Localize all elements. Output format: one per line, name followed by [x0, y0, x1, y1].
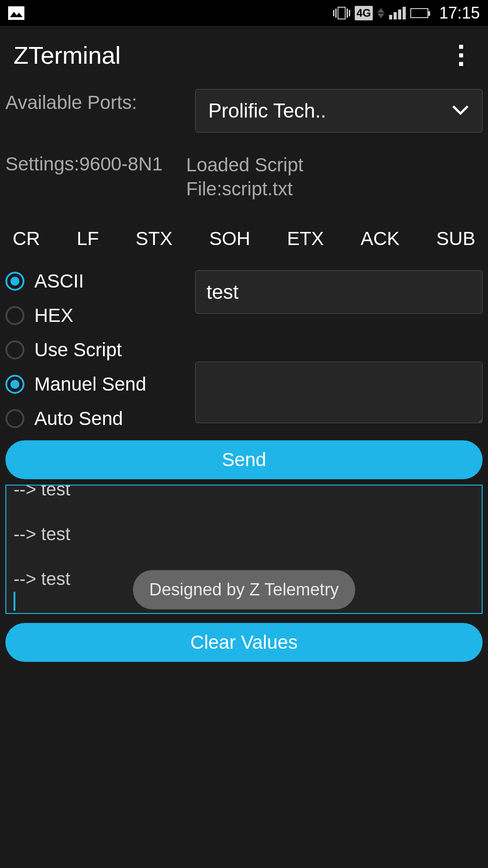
send-button[interactable]: Send: [5, 440, 483, 479]
radio-label: HEX: [34, 305, 73, 326]
network-4g-badge: 4G: [355, 6, 373, 20]
svg-rect-0: [8, 6, 24, 20]
radio-label: Use Script: [34, 339, 122, 361]
radio-icon: [5, 272, 24, 291]
radio-icon: [5, 340, 24, 359]
radio-hex[interactable]: HEX: [5, 305, 195, 326]
radio-auto-send[interactable]: Auto Send: [5, 408, 195, 429]
control-char-row: CR LF STX SOH ETX ACK SUB: [0, 228, 488, 250]
loaded-script-text: Loaded Script File:script.txt: [186, 153, 303, 201]
control-char-lf[interactable]: LF: [77, 228, 99, 250]
data-arrows-icon: [377, 8, 385, 18]
app-bar: ZTerminal: [0, 26, 488, 85]
terminal-line: --> test: [14, 524, 474, 544]
radio-label: Manuel Send: [34, 373, 146, 395]
signal-icon: [389, 7, 406, 19]
port-dropdown[interactable]: Prolific Tech..: [195, 89, 483, 132]
radio-icon: [5, 306, 24, 325]
send-text-input[interactable]: [195, 270, 483, 314]
radio-label: Auto Send: [34, 408, 123, 429]
clear-values-button[interactable]: Clear Values: [5, 623, 483, 662]
radio-label: ASCII: [34, 270, 84, 292]
chevron-down-icon: [451, 104, 469, 117]
available-ports-label: Available Ports:: [5, 89, 186, 113]
radio-ascii[interactable]: ASCII: [5, 270, 195, 292]
control-char-soh[interactable]: SOH: [209, 228, 250, 250]
control-char-sub[interactable]: SUB: [436, 228, 475, 250]
radio-manual-send[interactable]: Manuel Send: [5, 373, 195, 395]
cursor-icon: [14, 592, 15, 611]
port-dropdown-value: Prolific Tech..: [208, 99, 326, 122]
terminal-output[interactable]: --> test --> test --> test Designed by Z…: [5, 485, 483, 614]
radio-icon: [5, 409, 24, 428]
status-time: 17:15: [439, 4, 480, 23]
app-title: ZTerminal: [14, 41, 121, 69]
settings-text: Settings:9600-8N1: [5, 153, 186, 175]
control-char-stx[interactable]: STX: [136, 228, 173, 250]
picture-icon: [8, 6, 24, 20]
radio-use-script[interactable]: Use Script: [5, 339, 195, 361]
auto-send-input[interactable]: [195, 362, 483, 423]
toast-message: Designed by Z Telemetry: [133, 570, 355, 609]
radio-icon: [5, 375, 24, 394]
control-char-ack[interactable]: ACK: [361, 228, 399, 250]
control-char-etx[interactable]: ETX: [287, 228, 324, 250]
status-bar: 4G 17:15: [0, 0, 488, 26]
terminal-line: --> test: [14, 485, 474, 500]
control-char-cr[interactable]: CR: [13, 228, 40, 250]
battery-icon: [410, 8, 428, 18]
vibrate-icon: [333, 7, 350, 19]
menu-dots-icon: [459, 45, 463, 49]
overflow-menu-button[interactable]: [447, 36, 474, 75]
